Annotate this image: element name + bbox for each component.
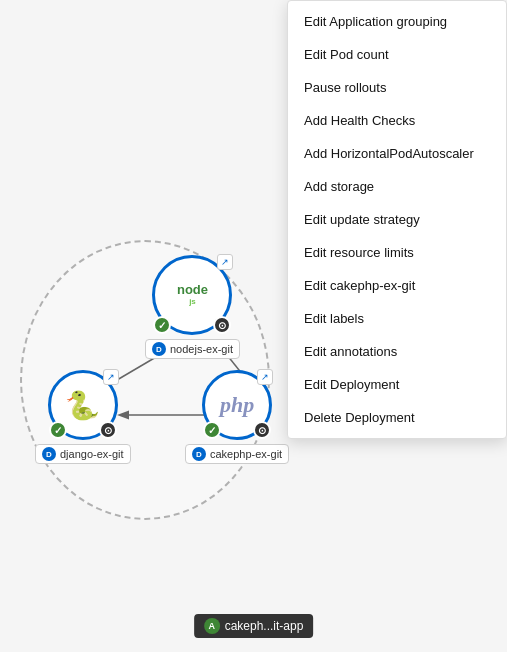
menu-item-edit-app-grouping[interactable]: Edit Application grouping xyxy=(288,5,506,38)
python-dot: D xyxy=(42,447,56,461)
php-status-ok-icon: ✓ xyxy=(203,421,221,439)
nodejs-github-icon: ⊙ xyxy=(213,316,231,334)
nodejs-dot: D xyxy=(152,342,166,356)
menu-item-edit-pod-count[interactable]: Edit Pod count xyxy=(288,38,506,71)
python-label-text: django-ex-git xyxy=(60,448,124,460)
python-circle[interactable]: ↗ 🐍 ✓ ⊙ xyxy=(48,370,118,440)
php-github-icon: ⊙ xyxy=(253,421,271,439)
nodejs-logo: nodejs xyxy=(177,283,208,306)
php-label[interactable]: D cakephp-ex-git xyxy=(185,444,289,464)
php-dot: D xyxy=(192,447,206,461)
menu-item-edit-cakephp[interactable]: Edit cakephp-ex-git xyxy=(288,269,506,302)
php-circle[interactable]: ↗ php ✓ ⊙ xyxy=(202,370,272,440)
menu-item-edit-deployment[interactable]: Edit Deployment xyxy=(288,368,506,401)
php-external-link-icon[interactable]: ↗ xyxy=(257,369,273,385)
menu-item-add-health-checks[interactable]: Add Health Checks xyxy=(288,104,506,137)
menu-item-edit-resource-limits[interactable]: Edit resource limits xyxy=(288,236,506,269)
menu-item-edit-labels[interactable]: Edit labels xyxy=(288,302,506,335)
app-badge-label: cakeph...it-app xyxy=(225,619,304,633)
menu-item-add-storage[interactable]: Add storage xyxy=(288,170,506,203)
menu-item-edit-update-strategy[interactable]: Edit update strategy xyxy=(288,203,506,236)
app-badge-dot: A xyxy=(204,618,220,634)
menu-item-add-hpa[interactable]: Add HorizontalPodAutoscaler xyxy=(288,137,506,170)
nodejs-status-ok-icon: ✓ xyxy=(153,316,171,334)
node-python[interactable]: ↗ 🐍 ✓ ⊙ D django-ex-git xyxy=(35,370,131,464)
python-external-link-icon[interactable]: ↗ xyxy=(103,369,119,385)
php-label-text: cakephp-ex-git xyxy=(210,448,282,460)
python-label[interactable]: D django-ex-git xyxy=(35,444,131,464)
python-github-icon: ⊙ xyxy=(99,421,117,439)
context-menu: Edit Application groupingEdit Pod countP… xyxy=(287,0,507,439)
php-logo: php xyxy=(220,392,254,418)
nodejs-label[interactable]: D nodejs-ex-git xyxy=(145,339,240,359)
external-link-icon[interactable]: ↗ xyxy=(217,254,233,270)
nodejs-label-text: nodejs-ex-git xyxy=(170,343,233,355)
python-logo: 🐍 xyxy=(65,389,100,422)
app-badge[interactable]: A cakeph...it-app xyxy=(194,614,314,638)
node-nodejs[interactable]: ↗ nodejs ✓ ⊙ D nodejs-ex-git xyxy=(145,255,240,359)
menu-item-pause-rollouts[interactable]: Pause rollouts xyxy=(288,71,506,104)
python-status-ok-icon: ✓ xyxy=(49,421,67,439)
menu-item-edit-annotations[interactable]: Edit annotations xyxy=(288,335,506,368)
nodejs-circle[interactable]: ↗ nodejs ✓ ⊙ xyxy=(152,255,232,335)
menu-item-delete-deployment[interactable]: Delete Deployment xyxy=(288,401,506,434)
node-php[interactable]: ↗ php ✓ ⊙ D cakephp-ex-git xyxy=(185,370,289,464)
